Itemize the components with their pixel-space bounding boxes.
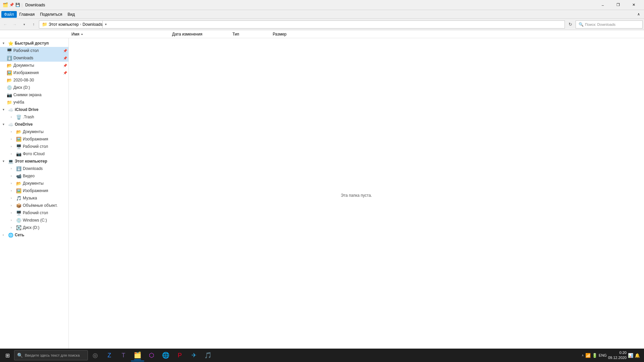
empty-message: Эта папка пуста. (341, 193, 372, 198)
forward-button[interactable]: → (11, 20, 19, 28)
menu-share[interactable]: Поделиться (37, 11, 65, 18)
sidebar-onedrive-header[interactable]: ▾ ☁️ OneDrive (0, 121, 68, 128)
search-box[interactable]: 🔍 Поиск: Downloads (576, 20, 643, 28)
path-breadcrumb-1[interactable]: Этот компьютер (49, 22, 79, 27)
taskbar-wifi-icon: 📶 (585, 353, 591, 358)
taskbar-chevron[interactable]: ∧ (582, 354, 584, 357)
path-breadcrumb-2[interactable]: Downloads (83, 22, 102, 27)
back-button[interactable]: ← (1, 20, 9, 28)
pin-icon-pictures: 📌 (63, 71, 67, 75)
sidebar-item-pc-desktop[interactable]: › 🖥️ Рабочий стол (0, 209, 68, 217)
col-type[interactable]: Тип (230, 30, 270, 38)
sidebar-item-od-documents[interactable]: › 📂 Документы (0, 128, 68, 135)
disk-d-icon: 💽 (16, 225, 21, 230)
sidebar-quick-access-header[interactable]: ▾ ⭐ Быстрый доступ (0, 40, 68, 47)
col-date[interactable]: Дата изменения (169, 30, 230, 38)
taskbar-notif-icon[interactable]: 🔔 (635, 353, 640, 358)
pc-documents-expand: › (11, 182, 15, 185)
sidebar-item-3d-objects[interactable]: › 📦 Объёмные объект. (0, 202, 68, 209)
quick-access-chevron: ▾ (3, 42, 7, 45)
dropdown-button[interactable]: ▾ (20, 20, 28, 28)
sidebar-item-windows-c[interactable]: › 💿 Windows (C:) (0, 217, 68, 224)
menu-expand-button[interactable]: ∧ (635, 11, 643, 17)
od-desktop-icon: 🖥️ (16, 144, 21, 149)
sidebar-thispc-header[interactable]: ▾ 💻 Этот компьютер (0, 158, 68, 165)
sidebar-icloud-header[interactable]: ▾ ☁️ iCloud Drive (0, 106, 68, 113)
od-documents-icon: 📂 (16, 129, 21, 134)
pc-downloads-expand: › (11, 167, 15, 170)
taskbar-files[interactable]: 🗂️ (131, 349, 144, 361)
taskbar-zoom[interactable]: Z (103, 349, 116, 361)
title-bar: 🗂️ 📌 💾 | Downloads – ❐ ✕ (0, 0, 644, 10)
menu-view[interactable]: Вид (65, 11, 77, 18)
sidebar-item-2020[interactable]: 📂 2020-08-30 (0, 76, 68, 84)
sidebar-item-documents[interactable]: 📂 Документы 📌 (0, 62, 68, 69)
close-button[interactable]: ✕ (626, 0, 641, 10)
3d-icon: 📦 (16, 203, 21, 208)
sidebar-item-disk-d[interactable]: › 💽 Диск (D:) (0, 224, 68, 231)
sidebar-item-video[interactable]: › 📹 Видео (0, 172, 68, 180)
minimize-button[interactable]: – (595, 0, 610, 10)
sidebar-item-downloads[interactable]: ⬇️ Downloads 📌 (0, 54, 68, 62)
taskbar-pinterest[interactable]: P (173, 349, 186, 361)
path-folder-icon: 📁 (42, 22, 47, 27)
sidebar-desktop-label: Рабочий стол (13, 48, 39, 53)
sidebar-item-music[interactable]: › 🎵 Музыка (0, 194, 68, 202)
sidebar-item-od-desktop[interactable]: › 🖥️ Рабочий стол (0, 143, 68, 150)
downloads-icon: ⬇️ (7, 55, 12, 61)
col-size[interactable]: Размер (270, 30, 304, 38)
sidebar-item-trash[interactable]: › 🗑️ .Trash (0, 113, 68, 121)
sidebar-item-pictures[interactable]: 🖼️ Изображения 📌 (0, 69, 68, 76)
taskbar-search[interactable]: 🔍 Введите здесь текст для поиска (14, 350, 88, 360)
pc-pictures-icon: 🖼️ (16, 188, 21, 193)
sidebar-2020-label: 2020-08-30 (13, 78, 34, 82)
col-name[interactable]: Имя ▲ (69, 30, 169, 38)
sidebar-item-pc-documents[interactable]: › 📂 Документы (0, 180, 68, 187)
taskbar-search-icon: 🔍 (17, 353, 23, 358)
screenshots-icon: 📷 (7, 92, 12, 98)
main-container: ▾ ⭐ Быстрый доступ 🖥️ Рабочий стол 📌 ⬇️ … (0, 38, 644, 353)
sidebar-od-pictures-label: Изображения (23, 137, 48, 141)
sidebar-item-od-pictures[interactable]: › 🖼️ Изображения (0, 135, 68, 143)
music-icon: 🎵 (16, 195, 21, 201)
sidebar-screenshots-label: Снимки экрана (13, 93, 42, 97)
refresh-button[interactable]: ↻ (566, 20, 574, 28)
3d-expand: › (11, 204, 15, 207)
sidebar-pc-desktop-label: Рабочий стол (23, 210, 48, 215)
active-underline (134, 359, 141, 360)
taskbar-media[interactable]: 🎵 (201, 349, 215, 361)
sidebar-3d-label: Объёмные объект. (23, 203, 58, 208)
sidebar-item-screenshots[interactable]: 📷 Снимки экрана (0, 91, 68, 99)
menu-file[interactable]: Файл (1, 11, 17, 18)
taskbar-magenta[interactable]: ⬡ (145, 349, 158, 361)
taskbar-battery-icon: 🔋 (592, 353, 597, 358)
video-icon: 📹 (16, 173, 21, 179)
taskbar-teams[interactable]: T (117, 349, 130, 361)
maximize-button[interactable]: ❐ (610, 0, 626, 10)
sidebar-item-od-photos[interactable]: › 📷 Фото iCloud (0, 150, 68, 158)
teams-icon: T (122, 352, 125, 359)
sidebar-pc-downloads-label: Downloads (23, 166, 43, 171)
pc-downloads-icon: ⬇️ (16, 166, 21, 171)
sidebar-item-desktop[interactable]: 🖥️ Рабочий стол 📌 (0, 47, 68, 54)
media-icon: 🎵 (204, 352, 212, 359)
sidebar-network-header[interactable]: › 🌐 Сеть (0, 231, 68, 239)
taskbar-cortana[interactable]: ◎ (89, 349, 102, 361)
cortana-icon: ◎ (93, 352, 98, 359)
sidebar-documents-label: Документы (13, 63, 34, 68)
sidebar-item-disk-d-quick[interactable]: 💿 Диск (D:) (0, 84, 68, 91)
sidebar-item-pc-downloads[interactable]: › ⬇️ Downloads (0, 165, 68, 172)
sidebar-item-ucheba[interactable]: 📁 учёба (0, 99, 68, 106)
start-button[interactable]: ⊞ (1, 349, 13, 361)
sidebar-item-pc-pictures[interactable]: › 🖼️ Изображения (0, 187, 68, 194)
od-documents-expand: › (11, 130, 15, 133)
taskbar-telegram[interactable]: ✈ (187, 349, 201, 361)
up-button[interactable]: ↑ (30, 20, 38, 28)
menu-home[interactable]: Главная (17, 11, 38, 18)
od-photos-icon: 📷 (16, 151, 21, 157)
address-dropdown-btn[interactable]: ▾ (102, 20, 109, 28)
sidebar-od-photos-label: Фото iCloud (23, 152, 45, 156)
address-path[interactable]: 📁 Этот компьютер › Downloads ▾ (39, 20, 565, 28)
taskbar: ⊞ 🔍 Введите здесь текст для поиска ◎ Z T… (0, 349, 644, 362)
taskbar-browser[interactable]: 🌐 (159, 349, 172, 361)
